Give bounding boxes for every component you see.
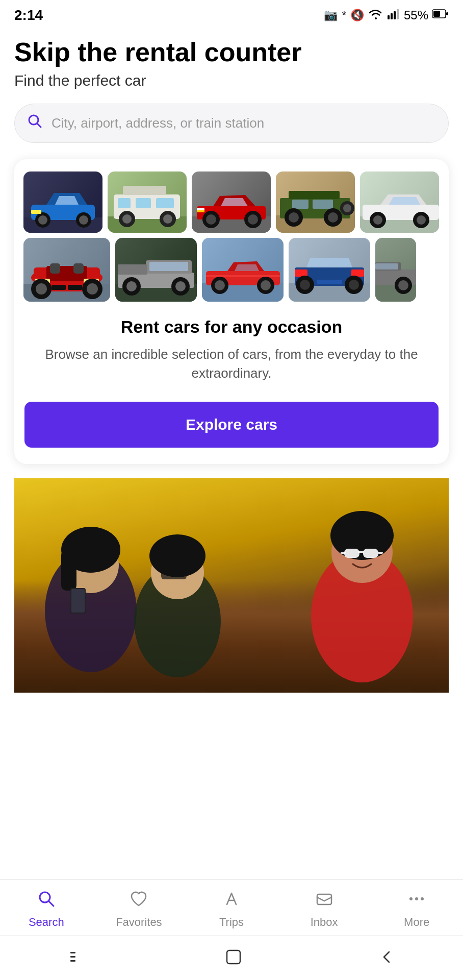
svg-point-24 — [122, 214, 132, 224]
nav-label-inbox: Inbox — [311, 916, 338, 929]
main-content: Skip the rental counter Find the perfect… — [0, 28, 463, 693]
svg-point-26 — [163, 214, 172, 224]
svg-point-130 — [421, 897, 424, 900]
nav-item-inbox[interactable]: Inbox — [294, 889, 355, 929]
nav-label-favorites: Favorites — [116, 916, 162, 929]
page-subheadline: Find the perfect car — [14, 72, 449, 89]
car-grid-title: Rent cars for any occasion — [29, 317, 434, 337]
scroll-area: Skip the rental counter Find the perfect… — [0, 28, 463, 872]
svg-rect-63 — [52, 285, 66, 290]
search-bar[interactable]: City, airport, address, or train station — [14, 104, 449, 143]
battery-percent: 55% — [404, 8, 428, 22]
status-icons: 📷 * 🔇 55% — [324, 8, 449, 22]
svg-rect-1 — [391, 13, 393, 19]
svg-rect-131 — [70, 952, 75, 953]
svg-rect-22 — [156, 198, 174, 208]
car-thumb-blue[interactable] — [23, 172, 102, 233]
nav-label-search: Search — [29, 916, 64, 929]
svg-rect-0 — [388, 15, 390, 19]
svg-point-54 — [417, 215, 426, 225]
svg-point-41 — [343, 204, 351, 212]
bottom-nav: Search Favorites Trips Inbox — [0, 879, 463, 935]
sys-nav-back-button[interactable] — [380, 948, 394, 968]
car-thumb-green-truck[interactable] — [276, 172, 355, 233]
svg-rect-42 — [292, 200, 308, 209]
svg-rect-122 — [363, 549, 378, 558]
search-icon — [27, 113, 43, 133]
car-row-1 — [14, 172, 449, 233]
search-nav-icon — [37, 889, 56, 913]
system-nav — [0, 935, 463, 980]
svg-rect-60 — [50, 263, 60, 274]
svg-rect-19 — [123, 186, 166, 195]
svg-point-87 — [261, 280, 271, 290]
svg-rect-5 — [433, 11, 440, 17]
nav-item-trips[interactable]: Trips — [201, 889, 262, 929]
trips-icon — [222, 889, 241, 913]
svg-rect-31 — [197, 208, 204, 210]
car-thumb-red-convertible[interactable] — [23, 238, 110, 302]
inbox-icon — [315, 889, 334, 913]
svg-point-100 — [349, 280, 359, 290]
svg-rect-124 — [378, 552, 383, 554]
svg-point-33 — [206, 214, 216, 225]
svg-rect-125 — [358, 551, 364, 553]
svg-point-78 — [126, 281, 137, 291]
sys-nav-home-button[interactable] — [224, 948, 243, 968]
svg-rect-75 — [118, 264, 147, 275]
bluetooth-icon: * — [342, 9, 346, 22]
car-thumb-gray-truck[interactable] — [115, 238, 197, 302]
svg-point-80 — [175, 281, 186, 291]
svg-point-128 — [409, 897, 413, 900]
svg-point-85 — [215, 280, 225, 290]
svg-rect-134 — [227, 950, 240, 964]
explore-cars-button[interactable]: Explore cars — [24, 402, 439, 448]
svg-point-98 — [300, 280, 310, 290]
car-grid-card: Rent cars for any occasion Browse an inc… — [14, 159, 449, 464]
svg-point-14 — [79, 215, 88, 225]
nav-item-favorites[interactable]: Favorites — [108, 889, 169, 929]
car-row-2 — [14, 238, 449, 302]
svg-rect-105 — [375, 263, 398, 270]
svg-rect-20 — [118, 198, 131, 208]
more-icon — [407, 889, 426, 913]
sys-nav-menu-button[interactable] — [69, 950, 87, 966]
battery-icon — [432, 9, 449, 22]
car-thumb-red-open[interactable] — [202, 238, 284, 302]
car-thumb-blue-mustang[interactable] — [289, 238, 370, 302]
svg-rect-61 — [73, 263, 84, 274]
svg-point-70 — [87, 283, 98, 295]
svg-rect-123 — [341, 552, 346, 554]
hero-photo — [14, 478, 449, 693]
svg-rect-3 — [397, 9, 399, 19]
nav-item-more[interactable]: More — [386, 889, 447, 929]
car-thumb-van[interactable] — [108, 172, 187, 233]
svg-point-129 — [415, 897, 418, 900]
car-grid-description: Browse an incredible selection of cars, … — [29, 345, 434, 382]
search-placeholder: City, airport, address, or train station — [52, 115, 264, 131]
svg-rect-39 — [289, 191, 340, 199]
status-time: 2:14 — [14, 7, 43, 23]
car-card-text-area: Rent cars for any occasion Browse an inc… — [14, 307, 449, 402]
svg-point-35 — [248, 214, 258, 225]
svg-rect-111 — [61, 550, 76, 591]
svg-point-107 — [398, 280, 408, 290]
car-thumb-red-bmw[interactable] — [192, 172, 271, 233]
svg-rect-88 — [206, 275, 280, 277]
svg-point-12 — [38, 215, 47, 225]
svg-rect-113 — [71, 589, 85, 612]
nav-item-search[interactable]: Search — [16, 889, 77, 929]
person-center — [121, 519, 234, 682]
page-headline: Skip the rental counter — [14, 38, 449, 67]
svg-point-45 — [289, 212, 299, 223]
svg-rect-43 — [313, 200, 333, 209]
svg-rect-127 — [317, 894, 331, 904]
car-thumb-white[interactable] — [360, 172, 439, 233]
svg-rect-117 — [161, 570, 187, 579]
svg-point-47 — [328, 212, 338, 223]
person-right — [296, 494, 428, 688]
wifi-icon — [368, 8, 383, 22]
svg-rect-76 — [149, 262, 188, 271]
nav-label-trips: Trips — [219, 916, 244, 929]
car-thumb-partial[interactable] — [375, 238, 416, 302]
